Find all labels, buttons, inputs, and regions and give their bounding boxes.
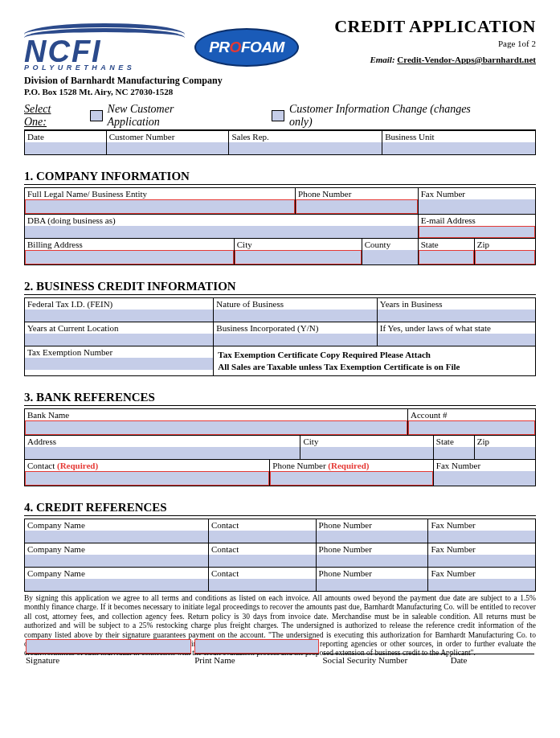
ref2-fax-label: Fax Number: [428, 543, 535, 555]
city-label: City: [235, 239, 362, 250]
division-text: Division of Barnhardt Manufacturing Comp…: [24, 75, 536, 87]
incorp-input[interactable]: [214, 334, 377, 346]
ref1-company-input[interactable]: [25, 531, 208, 543]
ref2-phone-input[interactable]: [317, 555, 428, 567]
ref2-contact-input[interactable]: [209, 555, 316, 567]
select-one-row: Select One: New Customer Application Cus…: [24, 103, 536, 130]
bank-zip-input[interactable]: [475, 447, 535, 459]
ncfi-logo: NCFI POLYURETHANES: [24, 23, 185, 72]
section-4-title: 4. CREDIT REFERENCES: [24, 501, 536, 516]
legal-name-label: Full Legal Name/ Business Entity: [25, 188, 295, 199]
bank-city-input[interactable]: [300, 447, 432, 459]
email-field-input[interactable]: [419, 226, 535, 238]
info-change-checkbox[interactable]: [272, 110, 284, 121]
fein-input[interactable]: [25, 310, 213, 322]
years-biz-input[interactable]: [378, 310, 535, 322]
ref3-contact-input[interactable]: [209, 579, 316, 591]
nature-input[interactable]: [214, 310, 377, 322]
nature-label: Nature of Business: [214, 298, 377, 310]
bank-city-label: City: [300, 436, 432, 447]
bank-fax-input[interactable]: [434, 471, 535, 486]
dba-label: DBA (doing business as): [25, 215, 418, 226]
dba-input[interactable]: [25, 226, 418, 238]
bank-phone-input[interactable]: [270, 471, 433, 486]
print-name-input[interactable]: [194, 639, 319, 654]
sales-rep-label: Sales Rep.: [229, 131, 382, 142]
ref1-phone-input[interactable]: [317, 531, 428, 543]
ref3-fax-input[interactable]: [428, 579, 535, 591]
ref1-fax-label: Fax Number: [428, 519, 535, 531]
section-1-title: 1. COMPANY INFORMATION: [24, 170, 536, 185]
ref1-fax-input[interactable]: [428, 531, 535, 543]
ref3-company-input[interactable]: [25, 579, 208, 591]
print-name-label: Print Name: [194, 654, 319, 665]
top-info-table: Date Customer Number Sales Rep. Business…: [24, 130, 536, 155]
laws-input[interactable]: [378, 334, 535, 346]
ref2-phone-label: Phone Number: [317, 543, 428, 555]
email-label: Email:: [370, 55, 394, 64]
county-input[interactable]: [362, 250, 418, 264]
zip-input[interactable]: [475, 250, 535, 264]
signature-row: Signature Print Name Social Security Num…: [24, 639, 536, 665]
account-label: Account #: [408, 409, 535, 420]
laws-label: If Yes, under laws of what state: [378, 322, 535, 334]
header: CREDIT APPLICATION Page 1of 2 Email: Cre…: [24, 16, 536, 96]
phone-input[interactable]: [296, 199, 418, 214]
bank-name-input[interactable]: [25, 420, 407, 435]
ref3-company-label: Company Name: [25, 568, 208, 579]
billing-label: Billing Address: [25, 239, 234, 250]
sig-date-label: Date: [451, 654, 534, 665]
main-title: CREDIT APPLICATION: [334, 16, 536, 36]
years-biz-label: Years in Business: [378, 298, 535, 310]
city-input[interactable]: [235, 250, 362, 264]
state-label: State: [419, 239, 474, 250]
fein-label: Federal Tax I.D. (FEIN): [25, 298, 213, 310]
bank-contact-input[interactable]: [25, 471, 269, 486]
legal-name-input[interactable]: [25, 199, 295, 214]
new-customer-label: New Customer Application: [108, 103, 224, 129]
fax-input[interactable]: [419, 199, 535, 214]
business-unit-input[interactable]: [382, 142, 535, 154]
profoam-logo: PROFOAM: [194, 28, 299, 67]
bank-fax-label: Fax Number: [434, 460, 535, 471]
bank-contact-label: Contact (Required): [25, 460, 269, 471]
zip-label: Zip: [475, 239, 535, 250]
years-loc-label: Years at Current Location: [25, 322, 213, 334]
state-input[interactable]: [419, 250, 474, 264]
phone-label: Phone Number: [296, 188, 418, 199]
date-input[interactable]: [25, 142, 106, 154]
ref2-fax-input[interactable]: [428, 555, 535, 567]
bank-zip-label: Zip: [475, 436, 535, 447]
customer-number-label: Customer Number: [107, 131, 229, 142]
email-field-label: E-mail Address: [419, 215, 535, 226]
ref3-fax-label: Fax Number: [428, 568, 535, 579]
customer-number-input[interactable]: [107, 142, 229, 154]
sales-rep-input[interactable]: [229, 142, 382, 154]
billing-input[interactable]: [25, 250, 234, 264]
bank-state-label: State: [434, 436, 474, 447]
credit-references-table: Company Name Contact Phone Number Fax Nu…: [24, 519, 536, 592]
info-change-label: Customer Information Change (changes onl…: [289, 103, 488, 129]
ssn-label: Social Security Number: [322, 654, 447, 665]
section-3-title: 3. BANK REFERENCES: [24, 391, 536, 406]
ref1-phone-label: Phone Number: [317, 519, 428, 531]
ref1-contact-input[interactable]: [209, 531, 316, 543]
ref3-phone-input[interactable]: [317, 579, 428, 591]
ref2-company-input[interactable]: [25, 555, 208, 567]
incorp-label: Business Incorporated (Y/N): [214, 322, 377, 334]
ref2-contact-label: Contact: [209, 543, 316, 555]
email-address[interactable]: Credit-Vendor-Apps@barnhardt.net: [397, 55, 536, 64]
ncfi-logo-subtitle: POLYURETHANES: [24, 64, 185, 72]
new-customer-checkbox[interactable]: [90, 110, 102, 121]
section-2-title: 2. BUSINESS CREDIT INFORMATION: [24, 280, 536, 295]
account-input[interactable]: [408, 420, 535, 435]
bank-state-input[interactable]: [434, 447, 474, 459]
signature-input[interactable]: [26, 639, 191, 654]
bank-address-input[interactable]: [25, 447, 300, 459]
tax-exempt-input[interactable]: [25, 358, 213, 370]
tax-note: Tax Exemption Certificate Copy Required …: [214, 346, 535, 375]
years-loc-input[interactable]: [25, 334, 213, 346]
bank-phone-label: Phone Number (Required): [270, 460, 433, 471]
company-info-table: Full Legal Name/ Business Entity Phone N…: [24, 187, 536, 265]
ncfi-logo-text: NCFI: [24, 39, 185, 64]
